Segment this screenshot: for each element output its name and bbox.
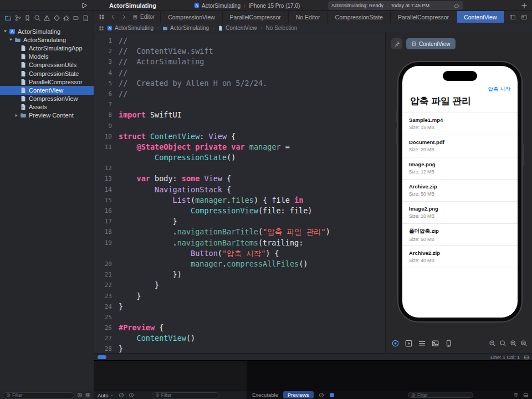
bookmark-navigator-icon[interactable]: [24, 14, 31, 22]
file-list-item-zip[interactable]: 폴더압축.zipSize: 50 MB: [402, 224, 518, 246]
code-line[interactable]: 8import SwiftUI: [94, 110, 385, 120]
sidebar-item-actorsimulating[interactable]: ActorSimulating: [0, 35, 94, 44]
code-line[interactable]: 19 .navigationBarItems(trailing:: [94, 238, 385, 248]
code-line[interactable]: 1//: [94, 35, 385, 46]
sidebar-item-compressionutils[interactable]: CompressionUtils: [0, 61, 94, 69]
preview-process-icon[interactable]: [329, 392, 335, 398]
code-line[interactable]: 12: [94, 163, 385, 173]
selectable-mode-icon[interactable]: [405, 339, 413, 347]
add-editor-icon[interactable]: [509, 14, 516, 21]
console-filter-input[interactable]: [417, 392, 470, 398]
breadcrumb-item-actorsimulating[interactable]: ActorSimulating: [107, 25, 154, 31]
file-list-item-image2-png[interactable]: Image2.pngSize: 10 MB: [402, 202, 518, 224]
tab-compressionstate[interactable]: CompressionState: [328, 11, 391, 23]
sidebar-item-compressionview[interactable]: CompressionView: [0, 95, 94, 103]
variables-view-menu[interactable]: Auto: [98, 392, 114, 398]
breadcrumb-item-contentview[interactable]: ContentView: [218, 25, 257, 31]
zoom-actual-icon[interactable]: [499, 340, 507, 347]
scope-settings-icon[interactable]: [319, 392, 324, 398]
file-list-item-sample1-mp4[interactable]: Sample1.mp4Size: 15 MB: [402, 113, 518, 135]
code-line[interactable]: 27 ContentView(): [94, 333, 385, 344]
variables-filter-input[interactable]: [161, 392, 216, 398]
zoom-out-icon[interactable]: [489, 340, 496, 347]
disclosure-down-icon[interactable]: [2, 29, 8, 34]
file-list-item-archive2-zip[interactable]: Archive2.zipSize: 40 MB: [402, 246, 518, 268]
code-line[interactable]: 11 @StateObject private var manager =: [94, 142, 385, 152]
tab-compressionview[interactable]: CompressionView: [161, 11, 222, 23]
code-line[interactable]: 28}: [94, 344, 385, 353]
code-line[interactable]: 2// ContentView.swift: [94, 46, 385, 57]
sidebar-item-actorsimulatingapp[interactable]: ActorSimulatingApp: [0, 44, 94, 52]
code-line[interactable]: 26#Preview {: [94, 323, 385, 333]
compress-all-button[interactable]: 압축 시작: [488, 86, 510, 93]
code-line[interactable]: 22 }: [94, 280, 385, 290]
code-line[interactable]: CompressionState(): [94, 152, 385, 163]
code-line[interactable]: 3// ActorSimulating: [94, 57, 385, 67]
code-line[interactable]: 14 NavigationStack {: [94, 185, 385, 195]
horizontal-scrollbar[interactable]: [98, 355, 106, 359]
scope-previews[interactable]: Previews: [283, 391, 314, 398]
editor-menu[interactable]: Editor: [131, 11, 160, 23]
console-panes-icon[interactable]: [523, 392, 529, 398]
scheme-selector[interactable]: ActorSimulating iPhone 15 Pro (17.0): [194, 2, 300, 9]
code-line[interactable]: 10struct ContentView: View {: [94, 131, 385, 142]
tab-parallelcompressor[interactable]: ParallelCompressor: [391, 11, 457, 23]
scope-executable[interactable]: Executable: [252, 392, 278, 398]
activity-status[interactable]: ActorSimulating: Ready Today at 7:45 PM: [328, 1, 463, 10]
tab-no-editor[interactable]: No Editor: [289, 11, 328, 23]
sidebar-item-models[interactable]: Models: [0, 53, 94, 61]
code-line[interactable]: 21 }): [94, 269, 385, 280]
code-line[interactable]: 16 CompressionView(file: file): [94, 206, 385, 216]
code-line[interactable]: 15 List(manager.files) { file in: [94, 195, 385, 206]
file-list-item-image-png[interactable]: Image.pngSize: 12 MB: [402, 157, 518, 180]
code-editor[interactable]: 1//2// ContentView.swift3// ActorSimulat…: [94, 33, 385, 353]
code-line[interactable]: 17 }: [94, 216, 385, 227]
related-items-icon[interactable]: [99, 14, 105, 20]
library-button[interactable]: [521, 2, 528, 9]
related-menu-icon[interactable]: [99, 25, 104, 31]
code-line[interactable]: 24}: [94, 301, 385, 312]
sidebar-item-assets[interactable]: Assets: [0, 103, 94, 111]
variants-icon[interactable]: [418, 339, 426, 347]
code-line[interactable]: 9: [94, 121, 385, 131]
file-list-item-document-pdf[interactable]: Document.pdfSize: 20 MB: [402, 135, 518, 157]
variables-filter[interactable]: [152, 392, 219, 398]
breakpoint-navigator-icon[interactable]: [73, 14, 80, 22]
preview-pin-button[interactable]: [391, 38, 402, 49]
breadcrumb-item-no-selection[interactable]: No Selection: [266, 25, 298, 31]
test-navigator-icon[interactable]: [53, 14, 60, 22]
navigator-filter[interactable]: [3, 392, 74, 398]
show-recent-icon[interactable]: [85, 392, 91, 398]
issue-navigator-icon[interactable]: [43, 14, 50, 22]
code-line[interactable]: 13 var body: some View {: [94, 173, 385, 184]
zoom-in-icon[interactable]: [510, 340, 517, 347]
code-line[interactable]: 6//: [94, 89, 385, 99]
sidebar-item-parallelcompressor[interactable]: ParallelCompressor: [0, 78, 94, 86]
code-line[interactable]: 4//: [94, 68, 385, 78]
sidebar-item-preview-content[interactable]: Preview Content: [0, 111, 94, 120]
code-line[interactable]: 23 }: [94, 291, 385, 301]
code-line[interactable]: 18 .navigationBarTitle("압축 파일 관리"): [94, 227, 385, 237]
console-output-area[interactable]: [247, 360, 532, 391]
color-scheme-icon[interactable]: [431, 339, 439, 347]
device-settings-icon[interactable]: [444, 339, 453, 347]
code-line[interactable]: 25: [94, 312, 385, 323]
editor-options-icon[interactable]: [521, 14, 528, 21]
info-circle-icon[interactable]: [129, 392, 134, 398]
preview-target-chip[interactable]: ContentView: [406, 38, 456, 49]
project-navigator-icon[interactable]: [4, 14, 12, 22]
disclosure-right-icon[interactable]: [13, 113, 19, 118]
report-navigator-icon[interactable]: [82, 14, 89, 22]
tab-contentview[interactable]: ContentView: [457, 11, 504, 23]
code-line[interactable]: 7: [94, 99, 385, 110]
debug-navigator-icon[interactable]: [63, 14, 70, 22]
go-back-icon[interactable]: [110, 14, 116, 20]
circle-slash-icon[interactable]: [119, 392, 124, 398]
code-line[interactable]: 20 manager.compressAllFiles(): [94, 259, 385, 269]
panes-icon[interactable]: [524, 355, 529, 360]
code-line[interactable]: 5// Created by Allen H on 5/2/24.: [94, 78, 385, 89]
disclosure-down-icon[interactable]: [8, 37, 14, 42]
file-list-item-archive-zip[interactable]: Archive.zipSize: 50 MB: [402, 180, 518, 202]
sidebar-item-compressionstate[interactable]: CompressionState: [0, 69, 94, 78]
tab-parallelcompressor[interactable]: ParallelCompressor: [223, 11, 289, 23]
